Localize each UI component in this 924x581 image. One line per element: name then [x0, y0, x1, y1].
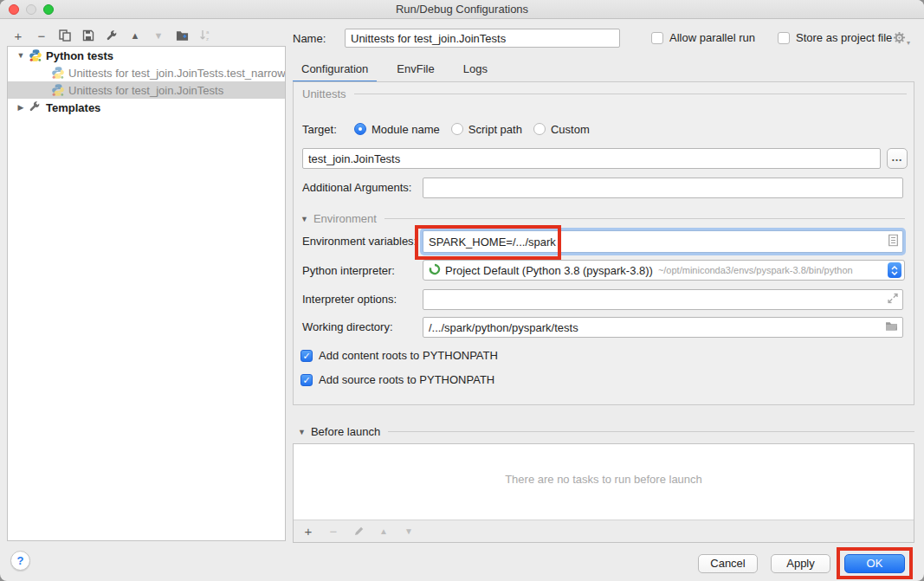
- store-as-project-file-checkbox[interactable]: [778, 32, 790, 44]
- add-configuration-button[interactable]: +: [10, 28, 26, 43]
- interpreter-options-input[interactable]: [423, 289, 903, 310]
- edit-variables-icon[interactable]: [888, 235, 898, 249]
- name-input[interactable]: [345, 29, 620, 48]
- module-name-radio[interactable]: [354, 123, 366, 135]
- environment-variables-label: Environment variables:: [302, 231, 417, 252]
- caret-down-icon: ▾: [907, 39, 910, 47]
- tree-item-unittests-test-narrow[interactable]: Unittests for test_join.JoinTests.test_n…: [8, 64, 285, 81]
- templates-wrench-icon: [29, 100, 42, 114]
- tree-item-unittests-jointests-selected[interactable]: Unittests for test_join.JoinTests: [8, 81, 285, 99]
- python-tests-icon: [29, 48, 42, 62]
- collapsed-chevron-icon[interactable]: ▶: [16, 103, 25, 112]
- target-row: Target: Module name Script path Custom: [302, 120, 601, 138]
- before-launch-empty-text: There are no tasks to run before launch: [294, 473, 914, 486]
- unittests-group-header: Unittests: [302, 87, 907, 100]
- configurations-toolbar: + − ▲ ▼ az: [10, 26, 213, 45]
- interpreter-path: ~/opt/miniconda3/envs/pyspark-3.8/bin/py…: [658, 265, 853, 275]
- remove-task-button[interactable]: −: [326, 524, 341, 539]
- interpreter-name: Project Default (Python 3.8 (pyspark-3.8…: [445, 264, 653, 277]
- close-window-button[interactable]: [9, 4, 19, 15]
- script-path-radio[interactable]: [451, 123, 463, 135]
- before-launch-panel: There are no tasks to run before launch …: [293, 443, 914, 543]
- apply-button[interactable]: Apply: [771, 554, 830, 573]
- tree-item-label: Templates: [46, 101, 100, 114]
- target-option-script-path[interactable]: Script path: [451, 123, 522, 136]
- add-content-roots-label: Add content roots to PYTHONPATH: [319, 349, 498, 362]
- minimize-window-button[interactable]: [26, 4, 36, 15]
- move-up-button[interactable]: ▲: [127, 28, 143, 43]
- target-option-module-name[interactable]: Module name: [354, 123, 440, 136]
- annotation-highlight-env-vars: [415, 225, 561, 260]
- add-content-roots-checkbox[interactable]: ✓: [300, 350, 313, 362]
- allow-parallel-run-checkbox[interactable]: [651, 32, 663, 44]
- move-task-down-button[interactable]: ▼: [401, 524, 417, 539]
- expand-field-icon[interactable]: [888, 294, 898, 307]
- configuration-panel: Unittests Target: Module name Script pat…: [293, 81, 914, 405]
- target-label: Target:: [302, 123, 354, 136]
- add-source-roots-label: Add source roots to PYTHONPATH: [319, 373, 494, 386]
- cancel-button[interactable]: Cancel: [698, 554, 758, 573]
- move-task-up-button[interactable]: ▲: [376, 524, 391, 539]
- sort-configurations-icon[interactable]: az: [197, 28, 213, 43]
- group-divider: [354, 94, 907, 94]
- before-launch-label: Before launch: [311, 425, 380, 438]
- edit-templates-wrench-icon[interactable]: [104, 28, 120, 43]
- copy-configuration-icon[interactable]: [57, 28, 73, 43]
- tree-item-python-tests[interactable]: ▼ Python tests: [8, 47, 285, 64]
- expanded-triangle-icon[interactable]: ▼: [298, 428, 306, 436]
- allow-parallel-run-option: Allow parallel run: [651, 31, 755, 44]
- svg-text:z: z: [206, 36, 209, 42]
- browse-button[interactable]: …: [887, 148, 908, 169]
- group-divider: [384, 218, 905, 219]
- new-folder-icon[interactable]: [174, 28, 190, 43]
- before-launch-header[interactable]: ▼ Before launch: [298, 425, 914, 438]
- custom-radio[interactable]: [533, 123, 546, 135]
- tab-envfile[interactable]: EnvFile: [388, 57, 443, 82]
- run-debug-configurations-dialog: Run/Debug Configurations + − ▲ ▼ az ▼ Py: [0, 0, 924, 581]
- store-as-project-file-option: Store as project file: [778, 31, 892, 44]
- tree-item-templates[interactable]: ▶ Templates: [8, 99, 285, 116]
- add-source-roots-checkbox[interactable]: ✓: [300, 374, 313, 386]
- add-source-roots-option: ✓ Add source roots to PYTHONPATH: [300, 373, 494, 386]
- target-option-custom[interactable]: Custom: [533, 123, 590, 136]
- annotation-highlight-ok-button: [837, 547, 913, 579]
- allow-parallel-run-label: Allow parallel run: [669, 31, 755, 44]
- name-label: Name:: [293, 32, 326, 45]
- python-test-config-icon: [51, 83, 65, 97]
- expanded-triangle-icon[interactable]: ▼: [300, 215, 308, 223]
- configurations-tree: ▼ Python tests Unittests for test_join.J…: [7, 46, 286, 541]
- module-name-input[interactable]: [302, 148, 881, 169]
- environment-group-label: Environment: [313, 212, 377, 225]
- tab-logs[interactable]: Logs: [455, 57, 496, 82]
- tree-item-label: Python tests: [46, 49, 113, 62]
- save-configuration-icon[interactable]: [81, 28, 96, 43]
- additional-arguments-input[interactable]: [423, 178, 903, 198]
- add-content-roots-option: ✓ Add content roots to PYTHONPATH: [300, 349, 498, 362]
- additional-arguments-label: Additional Arguments:: [302, 178, 411, 198]
- window-title: Run/Debug Configurations: [0, 0, 924, 18]
- conda-env-icon: [429, 263, 441, 278]
- python-interpreter-dropdown[interactable]: Project Default (Python 3.8 (pyspark-3.8…: [423, 260, 905, 281]
- move-down-button[interactable]: ▼: [151, 28, 166, 43]
- store-options-gear[interactable]: ▾: [893, 31, 910, 47]
- dropdown-spinner-icon[interactable]: [888, 262, 901, 278]
- tree-item-label: Unittests for test_join.JoinTests.test_n…: [68, 67, 285, 80]
- script-path-radio-label: Script path: [468, 123, 522, 136]
- folder-browse-icon[interactable]: [885, 321, 898, 334]
- gear-icon: [893, 31, 906, 47]
- add-task-button[interactable]: +: [300, 524, 316, 539]
- expanded-chevron-icon[interactable]: ▼: [16, 51, 25, 60]
- working-directory-input[interactable]: [423, 317, 903, 338]
- module-name-radio-label: Module name: [372, 123, 440, 136]
- tab-configuration[interactable]: Configuration: [293, 57, 377, 82]
- python-interpreter-label: Python interpreter:: [302, 261, 395, 281]
- remove-configuration-button[interactable]: −: [34, 28, 49, 43]
- unittests-group-label: Unittests: [302, 87, 346, 100]
- config-tabs: Configuration EnvFile Logs: [293, 57, 507, 82]
- zoom-window-button[interactable]: [43, 4, 54, 15]
- custom-radio-label: Custom: [551, 123, 590, 136]
- edit-task-pencil-icon[interactable]: [351, 524, 366, 539]
- environment-group-header[interactable]: ▼ Environment: [300, 212, 905, 225]
- before-launch-toolbar: + − ▲ ▼: [294, 520, 914, 542]
- help-button[interactable]: ?: [10, 551, 30, 571]
